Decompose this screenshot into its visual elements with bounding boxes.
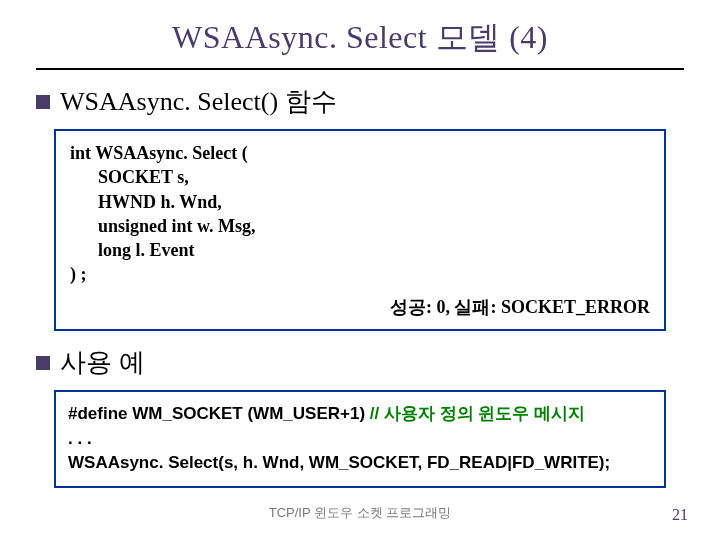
section-1-heading-row: WSAAsync. Select() 함수 bbox=[36, 84, 684, 119]
return-value-text: 성공: 0, 실패: SOCKET_ERROR bbox=[70, 295, 650, 319]
code-comment: // 사용자 정의 윈도우 메시지 bbox=[370, 404, 585, 423]
code-param: HWND h. Wnd, bbox=[70, 190, 650, 214]
slide: WSAAsync. Select 모델 (4) WSAAsync. Select… bbox=[0, 0, 720, 540]
code-text: #define WM_SOCKET (WM_USER+1) bbox=[68, 404, 370, 423]
code-line: int WSAAsync. Select ( bbox=[70, 143, 248, 163]
code-line: WSAAsync. Select(s, h. Wnd, WM_SOCKET, F… bbox=[68, 451, 652, 476]
code-line: #define WM_SOCKET (WM_USER+1) // 사용자 정의 … bbox=[68, 402, 652, 427]
usage-example-box: #define WM_SOCKET (WM_USER+1) // 사용자 정의 … bbox=[54, 390, 666, 488]
code-line: . . . bbox=[68, 427, 652, 452]
code-param: SOCKET s, bbox=[70, 165, 650, 189]
section-2-heading-row: 사용 예 bbox=[36, 345, 684, 380]
footer-text: TCP/IP 윈도우 소켓 프로그래밍 bbox=[0, 504, 720, 522]
section-2-heading: 사용 예 bbox=[60, 345, 145, 380]
section-1-heading: WSAAsync. Select() 함수 bbox=[60, 84, 337, 119]
code-param: unsigned int w. Msg, bbox=[70, 214, 650, 238]
slide-title: WSAAsync. Select 모델 (4) bbox=[36, 16, 684, 60]
function-signature-box: int WSAAsync. Select ( SOCKET s, HWND h.… bbox=[54, 129, 666, 331]
square-bullet-icon bbox=[36, 95, 50, 109]
code-param: long l. Event bbox=[70, 238, 650, 262]
title-rule bbox=[36, 68, 684, 70]
code-line: ) ; bbox=[70, 264, 87, 284]
square-bullet-icon bbox=[36, 356, 50, 370]
page-number: 21 bbox=[672, 506, 688, 524]
